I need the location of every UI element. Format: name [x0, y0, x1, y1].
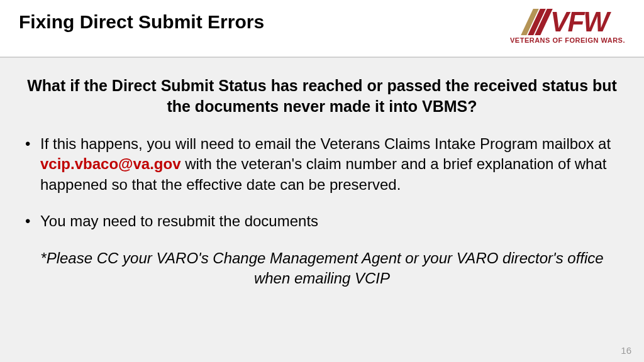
logo-tagline: VETERANS OF FOREIGN WARS. — [510, 36, 625, 44]
question-heading: What if the Direct Submit Status has rea… — [20, 75, 624, 116]
cc-note: *Please CC your VARO's Change Management… — [20, 248, 624, 289]
logo-stripes-icon — [521, 9, 553, 35]
bullet-text-before: If this happens, you will need to email … — [40, 135, 611, 152]
bullet-list: If this happens, you will need to email … — [20, 134, 624, 232]
vfw-logo: VFW VETERANS OF FOREIGN WARS. — [510, 9, 625, 44]
slide-header: Fixing Direct Submit Errors VFW VETERANS… — [0, 0, 644, 58]
slide-content: What if the Direct Submit Status has rea… — [0, 58, 644, 288]
list-item: If this happens, you will need to email … — [25, 134, 624, 195]
list-item: You may need to resubmit the documents — [25, 211, 624, 231]
slide-title: Fixing Direct Submit Errors — [19, 11, 264, 33]
page-number: 16 — [621, 345, 631, 356]
logo-text: VFW — [550, 9, 608, 35]
email-address: vcip.vbaco@va.gov — [40, 155, 181, 172]
logo-row: VFW — [527, 9, 608, 35]
